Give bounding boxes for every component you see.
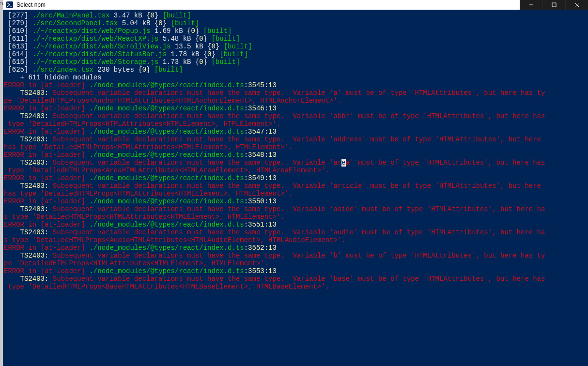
terminal-line: [277] ./src/MainPanel.tsx 3.47 kB {0} [b… (4, 12, 588, 19)
terminal-line: ERROR in [at-loader] ./node_modules/@typ… (4, 151, 588, 159)
close-button[interactable] (565, 0, 588, 10)
terminal-line: ERROR in [at-loader] ./node_modules/@typ… (4, 105, 588, 112)
terminal-line: TS2403: Subsequent variable declarations… (4, 229, 588, 236)
terminal-line: [614] ./~/reactxp/dist/web/StatusBar.js … (4, 50, 588, 58)
terminal-line: type 'DetailedHTMLProps<AreaHTMLAttribut… (4, 167, 588, 174)
terminal-line: pe 'DetailedHTMLProps<AnchorHTMLAttribut… (4, 97, 588, 105)
titlebar[interactable]: Select npm (3, 0, 588, 10)
terminal-line: TS2403: Subsequent variable declarations… (4, 159, 588, 167)
terminal-line: has type 'DetailedHTMLProps<HTMLAttribut… (4, 190, 588, 198)
powershell-icon (6, 1, 14, 9)
terminal-line: pe 'DetailedHTMLProps<HTMLAttributes<HTM… (4, 259, 588, 267)
terminal-line: ERROR in [at-loader] ./node_modules/@typ… (4, 267, 588, 275)
terminal-line: [279] ./src/SecondPanel.tsx 5.04 kB {0} … (4, 19, 588, 27)
terminal-line: ERROR in [at-loader] ./node_modules/@typ… (4, 244, 588, 252)
terminal-line: TS2403: Subsequent variable declarations… (4, 112, 588, 120)
terminal-line: type 'DetailedHTMLProps<BaseHTMLAttribut… (4, 283, 588, 290)
window-controls (520, 0, 588, 10)
maximize-button[interactable] (542, 0, 565, 10)
terminal-line: ERROR in [at-loader] ./node_modules/@typ… (4, 81, 588, 89)
terminal-line: ERROR in [at-loader] ./node_modules/@typ… (4, 198, 588, 205)
terminal-line: + 611 hidden modules (4, 74, 588, 81)
terminal-line: ERROR in [at-loader] ./node_modules/@typ… (4, 128, 588, 136)
minimize-button[interactable] (520, 0, 542, 10)
terminal-line: [611] ./~/reactxp/dist/web/ReactXP.js 5.… (4, 35, 588, 43)
terminal-line: ERROR in [at-loader] ./node_modules/@typ… (4, 174, 588, 182)
terminal-line: [625] ./src/index.tsx 230 bytes {0} [bui… (4, 66, 588, 74)
svg-rect-2 (552, 3, 556, 7)
terminal-line: TS2403: Subsequent variable declarations… (4, 182, 588, 190)
terminal-line: TS2403: Subsequent variable declarations… (4, 275, 588, 283)
terminal-output[interactable]: [277] ./src/MainPanel.tsx 3.47 kB {0} [b… (3, 10, 588, 366)
terminal-line: s type 'DetailedHTMLProps<AudioHTMLAttri… (4, 236, 588, 244)
terminal-line: [610] ./~/reactxp/dist/web/Popup.js 1.69… (4, 27, 588, 35)
powershell-window: Select npm [277] ./src/MainPanel.tsx 3.4… (3, 0, 588, 366)
terminal-line: ERROR in [at-loader] ./node_modules/@typ… (4, 221, 588, 229)
terminal-line: type 'DetailedHTMLProps<HTMLAttributes<H… (4, 120, 588, 128)
terminal-line: TS2403: Subsequent variable declarations… (4, 205, 588, 213)
terminal-line: s type 'DetailedHTMLProps<HTMLAttributes… (4, 213, 588, 221)
terminal-line: [615] ./~/reactxp/dist/web/Storage.js 1.… (4, 58, 588, 66)
terminal-line: has type 'DetailedHTMLProps<HTMLAttribut… (4, 143, 588, 151)
terminal-line: TS2403: Subsequent variable declarations… (4, 136, 588, 143)
terminal-line: TS2403: Subsequent variable declarations… (4, 252, 588, 259)
window-title: Select npm (16, 1, 520, 8)
terminal-line: TS2403: Subsequent variable declarations… (4, 89, 588, 97)
terminal-line: [613] ./~/reactxp/dist/web/ScrollView.js… (4, 43, 588, 50)
